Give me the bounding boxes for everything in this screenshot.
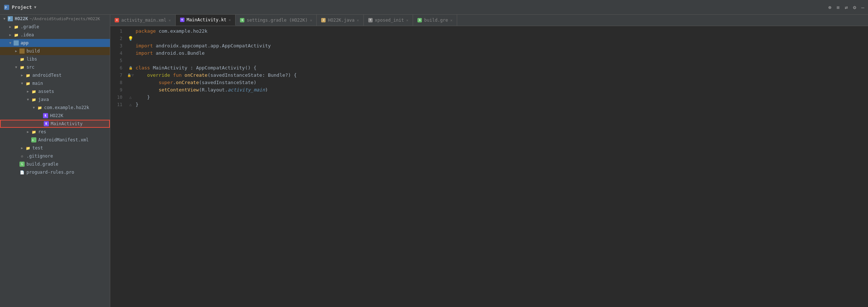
line-number-1: 1 xyxy=(110,28,127,35)
line-gutter-2[interactable]: 💡 xyxy=(127,35,134,42)
libs-folder-label: libs xyxy=(26,57,37,62)
main-folder-arrow: ▼ xyxy=(19,82,25,85)
androidtest-arrow: ▶ xyxy=(19,73,25,77)
java-folder-icon: 📁 xyxy=(31,97,37,102)
title-bar-dropdown-icon[interactable]: ▼ xyxy=(34,5,36,9)
add-icon[interactable]: ⊕ xyxy=(828,4,831,10)
package-label: com.example.ho22k xyxy=(44,105,89,110)
test-label: test xyxy=(32,145,43,151)
code-line-1: 1 package com.example.ho22k xyxy=(110,28,868,35)
class-gutter-icon: 🔒 xyxy=(129,64,133,72)
androidmanifest-label: AndroidManifest.xml xyxy=(38,137,89,142)
line-number-3: 3 xyxy=(110,42,127,50)
root-arrow: ▼ xyxy=(1,17,7,21)
list-icon[interactable]: ≡ xyxy=(836,4,839,10)
androidtest-icon: 📁 xyxy=(25,72,31,78)
sidebar-item-package-folder[interactable]: ▼ 📁 com.example.ho22k xyxy=(0,104,110,112)
code-line-9: 9 setContentView(R.layout.activity_main) xyxy=(110,86,868,94)
idea-folder-icon: 📁 xyxy=(13,32,19,38)
minimize-icon[interactable]: — xyxy=(861,4,864,10)
tab-activity-main[interactable]: X activity_main.xml × xyxy=(110,15,176,26)
test-icon: 📁 xyxy=(25,145,31,151)
sidebar-item-libs-folder[interactable]: ▶ 📁 libs xyxy=(0,55,110,63)
app-folder-icon xyxy=(13,40,19,46)
sidebar-item-gradle-folder[interactable]: ▶ 📁 .gradle xyxy=(0,23,110,31)
build-folder-label: build xyxy=(26,48,40,54)
root-label: HO22K xyxy=(15,16,28,21)
package-arrow: ▼ xyxy=(31,106,37,109)
sidebar-item-build-gradle[interactable]: ▶ G build.gradle xyxy=(0,160,110,168)
line-number-10: 10 xyxy=(110,94,127,101)
libs-folder-icon: 📁 xyxy=(19,56,25,62)
tab-main-activity-label: MainActivity.kt xyxy=(187,17,226,22)
line-gutter-6: 🔒 xyxy=(127,64,134,72)
tab-gradle-icon-build: G xyxy=(417,18,422,22)
tab-settings-gradle[interactable]: G settings.gradle (HO22K) × xyxy=(236,15,317,26)
proguard-label: proguard-rules.pro xyxy=(26,170,74,175)
sidebar-item-androidmanifest[interactable]: ▶ A AndroidManifest.xml xyxy=(0,136,110,144)
sidebar-item-mainactivity-class[interactable]: ▶ K MainActivity xyxy=(0,120,110,128)
tab-ho22k-java-close[interactable]: × xyxy=(357,18,359,22)
sidebar-item-ho22k-class[interactable]: ▶ K HO22K xyxy=(0,112,110,120)
tab-settings-gradle-close[interactable]: × xyxy=(310,18,312,22)
sidebar-item-test-folder[interactable]: ▶ 📁 test xyxy=(0,144,110,152)
sidebar-item-assets-folder[interactable]: ▶ 📁 assets xyxy=(0,87,110,95)
sidebar-item-java-folder[interactable]: ▼ 📁 java xyxy=(0,95,110,104)
code-line-8: 8 super.onCreate(savedInstanceState) xyxy=(110,79,868,86)
root-folder[interactable]: ▼ P HO22K ~/AndroidStudioProjects/HO22K xyxy=(0,15,110,23)
sidebar-item-res-folder[interactable]: ▶ 📁 res xyxy=(0,128,110,136)
line-code-3: import androidx.appcompat.app.AppCompatA… xyxy=(134,42,868,50)
bulb-icon[interactable]: 💡 xyxy=(128,35,133,42)
sync-icon[interactable]: ⇄ xyxy=(845,4,848,10)
line-code-6: class MainActivity : AppCompatActivity()… xyxy=(134,64,868,72)
sidebar-item-proguard[interactable]: ▶ 📄 proguard-rules.pro xyxy=(0,168,110,176)
idea-folder-arrow: ▶ xyxy=(7,33,13,37)
lock-icon: 🔒 xyxy=(127,72,131,79)
app-folder-label: app xyxy=(21,40,29,46)
gitignore-icon: ⊘ xyxy=(19,153,25,159)
root-path: ~/AndroidStudioProjects/HO22K xyxy=(29,17,100,21)
sidebar-item-src-folder[interactable]: ▼ 📁 src xyxy=(0,63,110,71)
tab-java-icon: J xyxy=(321,18,326,22)
build-folder-icon xyxy=(19,48,25,54)
line-code-8: super.onCreate(savedInstanceState) xyxy=(134,79,868,86)
tab-main-activity[interactable]: K MainActivity.kt × xyxy=(176,15,236,26)
tab-settings-gradle-label: settings.gradle (HO22K) xyxy=(247,18,308,23)
tab-activity-main-close[interactable]: × xyxy=(169,18,171,22)
settings-icon[interactable]: ⚙ xyxy=(853,4,856,10)
tab-kt-icon: K xyxy=(180,18,184,22)
res-label: res xyxy=(38,129,46,134)
tab-build-gradle[interactable]: G build.gre × xyxy=(413,15,457,26)
line-code-4: import android.os.Bundle xyxy=(134,50,868,57)
idea-folder-label: .idea xyxy=(21,32,34,37)
sidebar-item-main-folder[interactable]: ▼ 📁 main xyxy=(0,79,110,87)
fold-close-icon-2[interactable]: △ xyxy=(129,101,132,108)
sidebar-item-idea-folder[interactable]: ▶ 📁 .idea xyxy=(0,31,110,39)
title-bar-left: P Project ▼ xyxy=(4,4,36,10)
test-arrow: ▶ xyxy=(19,146,25,150)
tab-main-activity-close[interactable]: × xyxy=(229,18,231,22)
code-line-2: 2 💡 xyxy=(110,35,868,42)
sidebar-item-androidtest-folder[interactable]: ▶ 📁 androidTest xyxy=(0,71,110,79)
line-gutter-10: △ xyxy=(127,94,134,101)
title-bar-icons: ⊕ ≡ ⇄ ⚙ — xyxy=(828,4,864,10)
tab-xposed-init[interactable]: T xposed_init × xyxy=(364,15,413,26)
app-folder-arrow: ▼ xyxy=(7,41,13,45)
line-code-10: } xyxy=(134,94,868,101)
sidebar-item-build-folder[interactable]: ▶ build xyxy=(0,47,110,55)
title-bar: P Project ▼ ⊕ ≡ ⇄ ⚙ — xyxy=(0,0,868,15)
main-folder-icon: 📁 xyxy=(25,80,31,86)
tab-build-gradle-close[interactable]: × xyxy=(450,18,452,22)
line-number-6: 6 xyxy=(110,64,127,72)
build-gradle-icon: G xyxy=(19,161,25,167)
proguard-icon: 📄 xyxy=(19,169,25,175)
fold-icon[interactable]: ▽ xyxy=(132,72,134,79)
sidebar-item-gitignore[interactable]: ▶ ⊘ .gitignore xyxy=(0,152,110,160)
sidebar-item-app-folder[interactable]: ▼ app xyxy=(0,39,110,47)
project-icon: P xyxy=(4,4,10,10)
tab-ho22k-java[interactable]: J HO22K.java × xyxy=(317,15,363,26)
fold-close-icon[interactable]: △ xyxy=(129,94,132,101)
line-code-7: override fun onCreate(savedInstanceState… xyxy=(134,72,868,79)
tab-xposed-init-close[interactable]: × xyxy=(406,18,408,22)
editor-content[interactable]: 1 package com.example.ho22k 2 💡 3 import… xyxy=(110,26,868,307)
